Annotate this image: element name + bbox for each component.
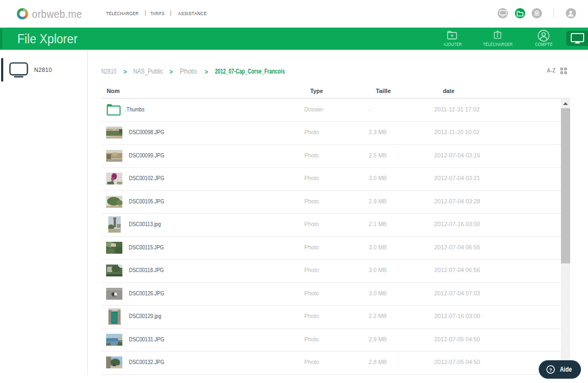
svg-text:?: ?: [550, 367, 553, 373]
